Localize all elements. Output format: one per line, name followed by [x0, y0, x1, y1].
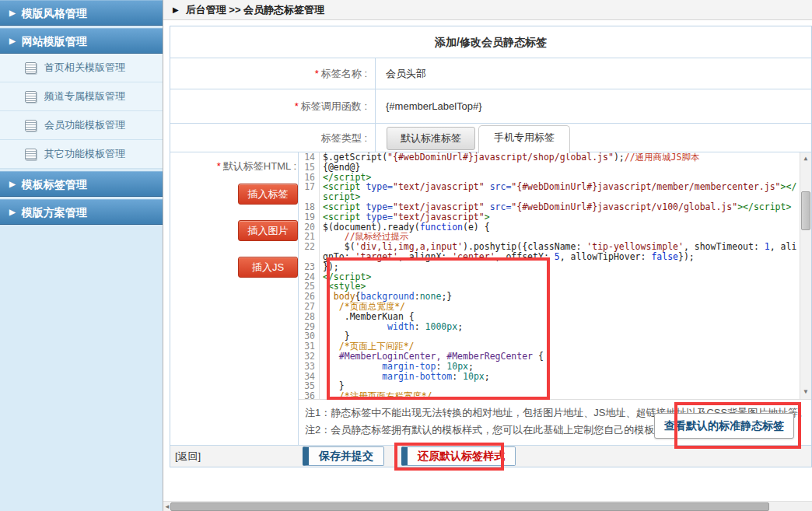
sidebar-item-首页相关模版管理[interactable]: 首页相关模版管理: [0, 54, 163, 82]
line-number: 33: [299, 362, 320, 372]
back-link[interactable]: [返回]: [175, 450, 201, 464]
breadcrumb-bar: ▶ 后台管理 >> 会员静态标签管理: [163, 0, 812, 20]
editor-scrollbar-thumb[interactable]: [801, 191, 810, 230]
required-mark: *: [217, 160, 221, 172]
line-number: 27: [299, 302, 320, 312]
line-number: 32: [299, 352, 320, 362]
nav-arrow-icon: ▶: [9, 1, 16, 26]
field-row-func: *标签调用函数 : {#memberLabelTop#}: [170, 89, 811, 124]
field-value-func: {#memberLabelTop#}: [376, 89, 811, 123]
code-line: 24</script>: [299, 272, 799, 282]
field-label-html: *默认标签HTML : 插入标签 插入图片 插入JS: [170, 152, 299, 445]
code-text: $('div,li,img,a,input').poshytip({classN…: [320, 242, 799, 262]
line-number: 15: [299, 163, 320, 173]
insert-tag-button[interactable]: 插入标签: [238, 184, 298, 205]
code-line: 23});: [299, 262, 799, 272]
tab-default-standard[interactable]: 默认标准标签: [387, 127, 475, 150]
sidebar-item-其它功能模板管理[interactable]: 其它功能模板管理: [0, 140, 163, 169]
sidebar: ▶模版风格管理▶网站模版管理首页相关模版管理频道专属模版管理会员功能模板管理其它…: [0, 0, 163, 511]
scroll-down-icon[interactable]: ▼: [800, 387, 811, 397]
field-label-html-text: *默认标签HTML :: [217, 159, 298, 173]
code-line: 34 margin-bottom: 10px;: [299, 372, 799, 382]
notes-area: 注1：静态标签中不能出现无法转换的相对地址，包括图片地址、JS地址、超链接地址以…: [299, 400, 811, 445]
field-label-func: *标签调用函数 :: [170, 89, 376, 123]
line-number: 28: [299, 312, 320, 322]
bottom-action-bar: [返回] 保存并提交 还原默认标签样式: [170, 446, 811, 467]
code-text: width: 1000px;: [320, 322, 799, 332]
code-editor[interactable]: 14$.getScript("{#webDominUrl#}javascript…: [299, 152, 811, 400]
document-icon: [25, 91, 37, 103]
page-horizontal-scrollbar[interactable]: ◄: [163, 501, 812, 511]
nav-label: 其它功能模板管理: [44, 147, 125, 161]
field-row-html: *默认标签HTML : 插入标签 插入图片 插入JS 14$.getScript…: [170, 152, 811, 446]
code-lines: 14$.getScript("{#webDominUrl#}javascript…: [299, 152, 799, 400]
field-label-name-text: 标签名称 :: [321, 68, 367, 79]
code-text: /*注册页面左栏宽度*/: [320, 391, 799, 400]
scroll-up-icon[interactable]: ▲: [800, 154, 811, 164]
editor-vertical-scrollbar[interactable]: ▲ ▼: [800, 152, 811, 399]
line-number: 14: [299, 152, 320, 163]
sidebar-item-频道专属模版管理[interactable]: 频道专属模版管理: [0, 82, 163, 111]
sidebar-item-会员功能模板管理[interactable]: 会员功能模板管理: [0, 111, 163, 140]
line-number: 17: [299, 182, 320, 202]
nav-arrow-icon: ▶: [9, 29, 16, 54]
code-text: $.getScript("{#webDominUrl#}javascript/s…: [320, 152, 799, 163]
sidebar-header-模版风格管理[interactable]: ▶模版风格管理: [0, 0, 163, 26]
code-line: 17<script type="text/javascript" src="{#…: [299, 182, 799, 202]
insert-js-button[interactable]: 插入JS: [238, 257, 298, 278]
insert-image-button[interactable]: 插入图片: [238, 220, 298, 241]
field-label-html-caption: 默认标签HTML :: [223, 160, 296, 172]
code-text: </script>: [320, 272, 799, 282]
restore-default-style-button[interactable]: 还原默认标签样式: [401, 446, 516, 466]
document-icon: [25, 62, 37, 74]
nav-arrow-icon: ▶: [9, 200, 16, 225]
code-line: 15{@end@}: [299, 163, 799, 173]
nav-label: 模版风格管理: [22, 1, 87, 26]
view-default-labels-button[interactable]: 查看默认的标准静态标签: [654, 413, 794, 439]
line-number: 22: [299, 242, 320, 262]
nav-arrow-icon: ▶: [9, 172, 16, 197]
nav-label: 模版方案管理: [22, 200, 87, 225]
line-number: 23: [299, 262, 320, 272]
tab-group: 默认标准标签 手机专用标签: [376, 124, 811, 152]
field-label-type-text: 标签类型 :: [321, 132, 367, 144]
form-panel: 添加/修改会员静态标签 *标签名称 : 会员头部 *标签调用函数 : {#mem…: [170, 26, 812, 467]
code-text: });: [320, 262, 799, 272]
code-text: <script type="text/javascript" src="{#we…: [320, 182, 799, 202]
code-text: {@end@}: [320, 163, 799, 173]
code-line: 14$.getScript("{#webDominUrl#}javascript…: [299, 152, 799, 163]
field-label-type: 标签类型 :: [170, 124, 376, 152]
nav-label: 首页相关模版管理: [44, 61, 125, 75]
breadcrumb-arrow-icon: ▶: [173, 5, 179, 14]
nav-label: 频道专属模版管理: [44, 89, 125, 103]
sidebar-header-模版方案管理[interactable]: ▶模版方案管理: [0, 199, 163, 225]
field-row-type: 标签类型 : 默认标准标签 手机专用标签: [170, 124, 811, 152]
document-icon: [25, 149, 37, 160]
field-row-name: *标签名称 : 会员头部: [170, 58, 811, 89]
required-mark: *: [315, 68, 319, 79]
field-label-func-text: 标签调用函数 :: [301, 100, 367, 112]
tab-mobile[interactable]: 手机专用标签: [478, 125, 570, 153]
nav-label: 网站模版管理: [22, 29, 87, 54]
sidebar-header-模板标签管理[interactable]: ▶模板标签管理: [0, 171, 163, 197]
breadcrumb: 后台管理 >> 会员静态标签管理: [186, 3, 324, 17]
code-line: 29 width: 1000px;: [299, 322, 799, 332]
field-value-name: 会员头部: [376, 58, 811, 89]
nav-label: 模板标签管理: [22, 172, 87, 197]
sidebar-header-网站模版管理[interactable]: ▶网站模版管理: [0, 28, 163, 54]
sidebar-nav: ▶模版风格管理▶网站模版管理首页相关模版管理频道专属模版管理会员功能模板管理其它…: [0, 0, 163, 225]
line-number: 18: [299, 202, 320, 212]
document-icon: [25, 120, 37, 131]
field-label-name: *标签名称 :: [170, 58, 376, 89]
code-line: 36 /*注册页面左栏宽度*/: [299, 391, 799, 400]
scroll-left-icon[interactable]: ◄: [164, 502, 170, 511]
line-number: 36: [299, 391, 320, 400]
field-value-html: 14$.getScript("{#webDominUrl#}javascript…: [299, 152, 811, 445]
required-mark: *: [295, 100, 299, 112]
code-line: 22 $('div,li,img,a,input').poshytip({cla…: [299, 242, 799, 262]
line-number: 19: [299, 212, 320, 222]
page-title: 添加/修改会员静态标签: [170, 26, 811, 58]
nav-label: 会员功能模板管理: [44, 118, 125, 132]
save-submit-button[interactable]: 保存并提交: [303, 446, 384, 466]
page-scrollbar-thumb[interactable]: [170, 502, 769, 511]
